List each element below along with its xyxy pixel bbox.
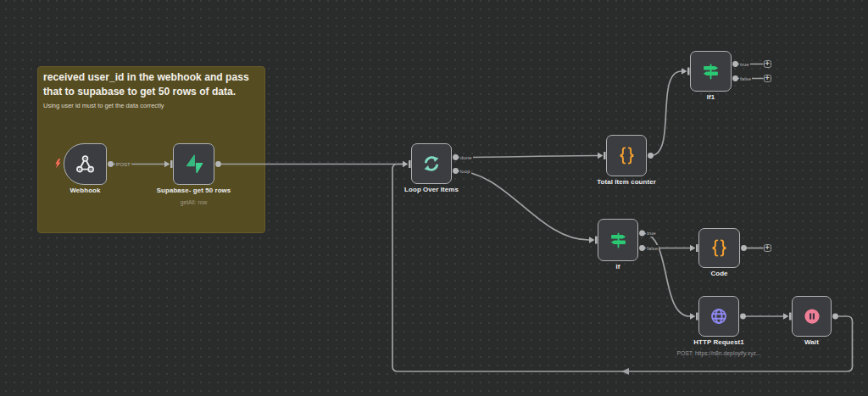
port-label-post: POST xyxy=(115,161,131,168)
output-port-if1-false[interactable] xyxy=(732,75,738,81)
input-ports xyxy=(164,68,792,321)
node-label-total-item-counter: Total Item counter xyxy=(597,178,656,186)
output-port-wait[interactable] xyxy=(832,314,838,320)
node-supabase[interactable] xyxy=(173,143,214,185)
pause-icon xyxy=(804,309,820,324)
node-label-wait: Wait xyxy=(804,338,819,346)
input-port-supabase[interactable] xyxy=(164,160,173,168)
node-loop-over-items[interactable] xyxy=(411,143,452,184)
output-port-loop-loop[interactable] xyxy=(453,168,459,174)
output-port-webhook[interactable] xyxy=(108,161,114,167)
signpost-icon xyxy=(702,63,720,81)
input-port-wait[interactable] xyxy=(783,313,792,321)
node-if1[interactable] xyxy=(690,51,732,92)
node-label-supabase: Supabase- get 50 rows xyxy=(157,187,231,194)
output-port-http[interactable] xyxy=(740,314,746,320)
add-node-button-if1-true[interactable]: + xyxy=(764,60,772,69)
connections-layer xyxy=(0,0,868,396)
loop-icon xyxy=(422,154,441,173)
node-label-webhook: Webhook xyxy=(70,187,100,194)
node-label-if1: If1 xyxy=(707,93,715,101)
port-label-if1-true: true xyxy=(739,61,750,68)
webhook-icon xyxy=(76,155,94,173)
node-total-item-counter[interactable] xyxy=(606,135,647,176)
node-webhook[interactable] xyxy=(64,143,107,185)
node-code[interactable] xyxy=(698,228,740,268)
output-port-if1-true[interactable] xyxy=(732,61,738,67)
node-label-loop-over-items: Loop Over Items xyxy=(404,186,459,193)
port-label-if-false: false xyxy=(646,245,659,252)
add-node-button-code[interactable]: + xyxy=(764,244,772,253)
input-port-counter[interactable] xyxy=(598,152,606,159)
trigger-bolt-icon xyxy=(55,159,61,169)
input-port-if[interactable] xyxy=(589,237,598,244)
output-port-counter[interactable] xyxy=(648,153,654,159)
code-braces-icon xyxy=(618,146,636,165)
input-port-loop[interactable] xyxy=(403,160,411,168)
input-port-code[interactable] xyxy=(690,244,698,252)
add-node-button-if1-false[interactable]: + xyxy=(764,75,772,83)
output-port-loop-done[interactable] xyxy=(453,154,459,160)
output-port-if-true[interactable] xyxy=(639,231,645,237)
node-label-code: Code xyxy=(710,270,727,277)
code-braces-icon xyxy=(710,238,728,258)
node-sublabel-supabase: getAll: row xyxy=(181,199,208,205)
port-label-if-true: true xyxy=(646,230,657,237)
globe-icon xyxy=(710,308,727,325)
return-arrow xyxy=(621,368,629,375)
connection-loop-done-counter[interactable] xyxy=(456,156,598,158)
node-wait[interactable] xyxy=(792,296,832,337)
node-label-if: If xyxy=(615,263,620,271)
input-port-http[interactable] xyxy=(690,313,698,321)
input-port-if1[interactable] xyxy=(682,68,690,75)
node-label-http-request1: HTTP Request1 xyxy=(693,338,743,346)
port-label-loop: loop xyxy=(459,168,471,175)
output-port-supabase[interactable] xyxy=(215,161,221,167)
node-http-request1[interactable] xyxy=(698,296,739,337)
signpost-icon xyxy=(609,231,627,249)
connection-loop-loop-if[interactable] xyxy=(456,171,590,241)
connection-wait-loop-return[interactable] xyxy=(392,165,853,372)
node-sublabel-http-request1: POST: https://n8n.deployify.xyz... xyxy=(676,350,760,356)
connection-counter-if1[interactable] xyxy=(651,71,682,156)
output-port-if-false[interactable] xyxy=(639,245,645,251)
node-if[interactable] xyxy=(598,219,638,261)
port-label-done: done xyxy=(459,154,473,161)
supabase-icon xyxy=(185,154,203,174)
port-label-if1-false: false xyxy=(739,75,752,82)
output-port-code[interactable] xyxy=(741,245,747,251)
